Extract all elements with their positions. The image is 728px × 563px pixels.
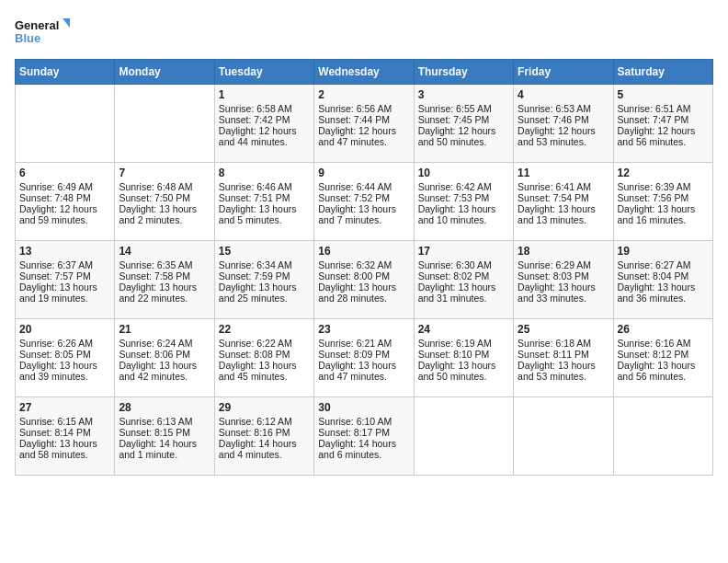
day-number: 7 <box>119 167 210 179</box>
calendar-cell: 28Sunrise: 6:13 AMSunset: 8:15 PMDayligh… <box>115 397 214 476</box>
day-info: Sunset: 7:56 PM <box>618 192 709 203</box>
day-number: 4 <box>518 88 609 101</box>
day-info: Daylight: 12 hours and 56 minutes. <box>618 125 709 147</box>
day-number: 1 <box>219 88 310 101</box>
calendar-week-4: 20Sunrise: 6:26 AMSunset: 8:05 PMDayligh… <box>16 319 713 397</box>
calendar-cell: 10Sunrise: 6:42 AMSunset: 7:53 PMDayligh… <box>414 163 513 241</box>
day-info: Sunrise: 6:21 AM <box>318 338 409 349</box>
day-info: Sunset: 8:11 PM <box>518 349 609 360</box>
day-info: Daylight: 13 hours and 39 minutes. <box>19 360 110 382</box>
day-info: Sunrise: 6:39 AM <box>618 181 709 192</box>
calendar-cell: 23Sunrise: 6:21 AMSunset: 8:09 PMDayligh… <box>314 319 414 397</box>
calendar-cell: 11Sunrise: 6:41 AMSunset: 7:54 PMDayligh… <box>514 163 613 241</box>
day-number: 11 <box>518 167 609 179</box>
day-info: Daylight: 12 hours and 50 minutes. <box>418 125 509 147</box>
day-number: 12 <box>618 167 709 179</box>
day-info: Daylight: 13 hours and 28 minutes. <box>318 282 409 304</box>
day-number: 3 <box>418 88 509 101</box>
day-number: 17 <box>418 245 509 258</box>
day-info: Sunset: 7:51 PM <box>219 192 310 203</box>
day-number: 26 <box>618 323 709 336</box>
day-number: 14 <box>119 245 210 258</box>
calendar-cell: 20Sunrise: 6:26 AMSunset: 8:05 PMDayligh… <box>16 319 115 397</box>
weekday-header-sunday: Sunday <box>16 60 115 85</box>
day-number: 29 <box>219 401 310 414</box>
calendar-cell <box>414 397 513 476</box>
day-info: Sunrise: 6:53 AM <box>518 103 609 114</box>
day-info: Sunset: 7:58 PM <box>119 270 210 282</box>
svg-text:General: General <box>15 18 59 32</box>
day-info: Sunrise: 6:19 AM <box>418 338 509 349</box>
day-info: Sunset: 8:12 PM <box>618 349 709 360</box>
calendar-week-2: 6Sunrise: 6:49 AMSunset: 7:48 PMDaylight… <box>16 163 713 241</box>
calendar-cell: 16Sunrise: 6:32 AMSunset: 8:00 PMDayligh… <box>314 241 414 319</box>
weekday-header-wednesday: Wednesday <box>314 60 414 85</box>
calendar-cell: 29Sunrise: 6:12 AMSunset: 8:16 PMDayligh… <box>214 397 313 476</box>
svg-text:Blue: Blue <box>15 31 40 45</box>
day-info: Sunset: 7:57 PM <box>19 270 110 282</box>
calendar-cell: 27Sunrise: 6:15 AMSunset: 8:14 PMDayligh… <box>16 397 115 476</box>
calendar-cell: 15Sunrise: 6:34 AMSunset: 7:59 PMDayligh… <box>214 241 313 319</box>
day-info: Daylight: 13 hours and 50 minutes. <box>418 360 509 382</box>
day-info: Sunset: 7:42 PM <box>219 114 310 125</box>
day-info: Sunrise: 6:34 AM <box>219 259 310 270</box>
day-info: Sunset: 8:10 PM <box>418 349 509 360</box>
calendar-cell: 4Sunrise: 6:53 AMSunset: 7:46 PMDaylight… <box>514 85 613 163</box>
day-info: Sunrise: 6:37 AM <box>19 259 110 270</box>
day-info: Sunrise: 6:16 AM <box>618 338 709 349</box>
weekday-header-saturday: Saturday <box>613 60 712 85</box>
day-info: Sunset: 8:02 PM <box>418 270 509 282</box>
calendar-cell: 12Sunrise: 6:39 AMSunset: 7:56 PMDayligh… <box>613 163 712 241</box>
calendar-cell: 17Sunrise: 6:30 AMSunset: 8:02 PMDayligh… <box>414 241 513 319</box>
day-number: 2 <box>318 88 409 101</box>
day-info: Daylight: 12 hours and 59 minutes. <box>19 203 110 225</box>
day-info: Sunset: 7:53 PM <box>418 192 509 203</box>
calendar-cell: 8Sunrise: 6:46 AMSunset: 7:51 PMDaylight… <box>214 163 313 241</box>
day-info: Daylight: 12 hours and 47 minutes. <box>318 125 409 147</box>
day-info: Sunset: 7:50 PM <box>119 192 210 203</box>
day-info: Sunset: 8:06 PM <box>119 349 210 360</box>
page-header: General Blue <box>15 15 713 48</box>
day-info: Sunrise: 6:41 AM <box>518 181 609 192</box>
calendar-cell: 9Sunrise: 6:44 AMSunset: 7:52 PMDaylight… <box>314 163 414 241</box>
day-info: Sunrise: 6:10 AM <box>318 416 409 427</box>
calendar-cell: 2Sunrise: 6:56 AMSunset: 7:44 PMDaylight… <box>314 85 414 163</box>
calendar-week-5: 27Sunrise: 6:15 AMSunset: 8:14 PMDayligh… <box>16 397 713 476</box>
day-info: Sunrise: 6:30 AM <box>418 259 509 270</box>
day-info: Sunset: 8:00 PM <box>318 270 409 282</box>
day-number: 5 <box>618 88 709 101</box>
day-info: Sunset: 8:05 PM <box>19 349 110 360</box>
day-info: Sunrise: 6:44 AM <box>318 181 409 192</box>
day-info: Sunrise: 6:29 AM <box>518 259 609 270</box>
day-info: Sunset: 7:59 PM <box>219 270 310 282</box>
svg-marker-2 <box>63 18 70 28</box>
calendar-cell: 22Sunrise: 6:22 AMSunset: 8:08 PMDayligh… <box>214 319 313 397</box>
calendar-cell: 3Sunrise: 6:55 AMSunset: 7:45 PMDaylight… <box>414 85 513 163</box>
calendar-cell: 7Sunrise: 6:48 AMSunset: 7:50 PMDaylight… <box>115 163 214 241</box>
day-number: 18 <box>518 245 609 258</box>
logo: General Blue <box>15 15 70 48</box>
day-info: Sunrise: 6:15 AM <box>19 416 110 427</box>
day-info: Daylight: 13 hours and 10 minutes. <box>418 203 509 225</box>
day-number: 15 <box>219 245 310 258</box>
day-info: Sunrise: 6:58 AM <box>219 103 310 114</box>
calendar-week-1: 1Sunrise: 6:58 AMSunset: 7:42 PMDaylight… <box>16 85 713 163</box>
calendar-cell: 5Sunrise: 6:51 AMSunset: 7:47 PMDaylight… <box>613 85 712 163</box>
day-info: Daylight: 13 hours and 25 minutes. <box>219 282 310 304</box>
day-info: Sunrise: 6:51 AM <box>618 103 709 114</box>
calendar-cell <box>613 397 712 476</box>
day-info: Daylight: 13 hours and 42 minutes. <box>119 360 210 382</box>
day-info: Sunrise: 6:32 AM <box>318 259 409 270</box>
day-info: Sunset: 7:44 PM <box>318 114 409 125</box>
calendar-cell <box>514 397 613 476</box>
day-info: Daylight: 12 hours and 53 minutes. <box>518 125 609 147</box>
day-info: Daylight: 13 hours and 58 minutes. <box>19 438 110 460</box>
day-number: 24 <box>418 323 509 336</box>
day-info: Daylight: 13 hours and 31 minutes. <box>418 282 509 304</box>
day-info: Daylight: 14 hours and 4 minutes. <box>219 438 310 460</box>
calendar-cell: 30Sunrise: 6:10 AMSunset: 8:17 PMDayligh… <box>314 397 414 476</box>
day-number: 30 <box>318 401 409 414</box>
day-info: Daylight: 13 hours and 53 minutes. <box>518 360 609 382</box>
logo-svg: General Blue <box>15 15 70 48</box>
day-number: 28 <box>119 401 210 414</box>
